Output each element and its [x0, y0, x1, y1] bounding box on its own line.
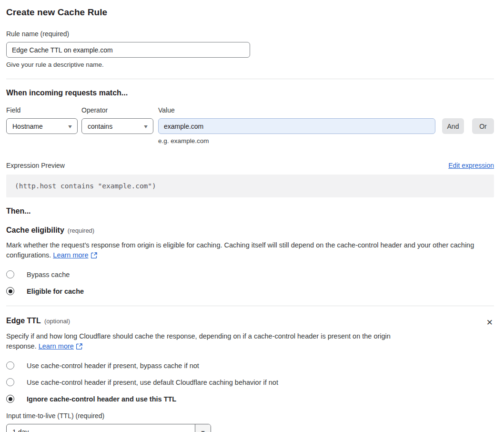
match-heading: When incoming requests match... [6, 89, 494, 97]
radio-option-ignore-header-use-ttl[interactable]: Ignore cache-control header and use this… [6, 395, 494, 403]
rule-name-group: Rule name (required) Give your rule a de… [6, 30, 494, 68]
edge-ttl-options: Use cache-control header if present, byp… [6, 361, 494, 403]
radio-icon[interactable] [6, 270, 14, 278]
chevron-down-icon: ▾ [68, 123, 72, 129]
field-select-value: Hostname [12, 123, 43, 130]
radio-option-bypass-cache[interactable]: Bypass cache [6, 270, 494, 278]
radio-option-use-header-default[interactable]: Use cache-control header if present, use… [6, 378, 494, 386]
ttl-select[interactable]: 1 day ▾ [6, 424, 211, 432]
operator-label: Operator [81, 106, 153, 114]
close-icon[interactable]: ✕ [485, 318, 494, 328]
value-label: Value [158, 106, 435, 114]
then-heading: Then... [6, 207, 494, 216]
radio-label: Eligible for cache [27, 288, 84, 295]
cache-eligibility-title: Cache eligibility [6, 226, 64, 235]
divider [6, 306, 494, 306]
radio-label: Bypass cache [27, 271, 70, 278]
cache-eligibility-options: Bypass cache Eligible for cache [6, 270, 494, 295]
edge-ttl-qualifier: (optional) [44, 318, 70, 325]
external-link-icon[interactable] [91, 251, 97, 261]
radio-label: Ignore cache-control header and use this… [27, 395, 176, 403]
edge-ttl-description: Specify if and how long Cloudflare shoul… [6, 331, 405, 352]
radio-icon[interactable] [6, 361, 14, 370]
learn-more-link[interactable]: Learn more [53, 251, 88, 259]
expression-preview-row: Expression Preview Edit expression [6, 162, 494, 169]
chevron-down-icon: ▾ [201, 429, 205, 432]
radio-label: Use cache-control header if present, use… [27, 379, 278, 386]
cache-eligibility-qualifier: (required) [68, 227, 94, 234]
cache-eligibility-description: Mark whether the request’s response from… [6, 240, 494, 261]
field-select[interactable]: Hostname ▾ [6, 118, 78, 134]
learn-more-link[interactable]: Learn more [39, 342, 74, 350]
value-help: e.g. example.com [158, 137, 435, 144]
radio-icon[interactable] [6, 395, 14, 403]
or-button[interactable]: Or [472, 118, 494, 134]
operator-select[interactable]: contains ▾ [81, 118, 153, 134]
match-row: Field Hostname ▾ Operator contains ▾ Val… [6, 106, 494, 144]
radio-icon[interactable] [6, 287, 14, 295]
chevron-down-icon: ▾ [144, 123, 148, 129]
external-link-icon[interactable] [76, 342, 82, 352]
cache-eligibility-header: Cache eligibility (required) [6, 226, 494, 235]
expression-preview-label: Expression Preview [6, 162, 65, 169]
ttl-group: Input time-to-live (TTL) (required) 1 da… [6, 412, 494, 432]
value-input[interactable] [158, 118, 435, 134]
divider [6, 79, 494, 79]
edit-expression-link[interactable]: Edit expression [448, 162, 494, 169]
ttl-label: Input time-to-live (TTL) (required) [6, 412, 494, 420]
expression-code: (http.host contains "example.com") [6, 175, 494, 197]
page-title: Create new Cache Rule [6, 7, 494, 18]
radio-icon[interactable] [6, 378, 14, 386]
operator-select-value: contains [88, 123, 112, 130]
rule-name-help: Give your rule a descriptive name. [6, 61, 494, 68]
edge-ttl-title: Edge TTL [6, 317, 41, 325]
edge-ttl-header: Edge TTL (optional) ✕ [6, 317, 494, 328]
radio-option-use-header-bypass[interactable]: Use cache-control header if present, byp… [6, 361, 494, 370]
ttl-select-value: 1 day [7, 424, 195, 432]
ttl-select-arrow-button[interactable]: ▾ [195, 424, 211, 432]
field-label: Field [6, 106, 78, 114]
rule-name-input[interactable] [6, 42, 250, 58]
radio-option-eligible-for-cache[interactable]: Eligible for cache [6, 287, 494, 295]
rule-name-label: Rule name (required) [6, 30, 494, 38]
radio-label: Use cache-control header if present, byp… [27, 362, 199, 370]
and-button[interactable]: And [442, 118, 464, 134]
edge-ttl-title-group: Edge TTL (optional) [6, 317, 70, 325]
